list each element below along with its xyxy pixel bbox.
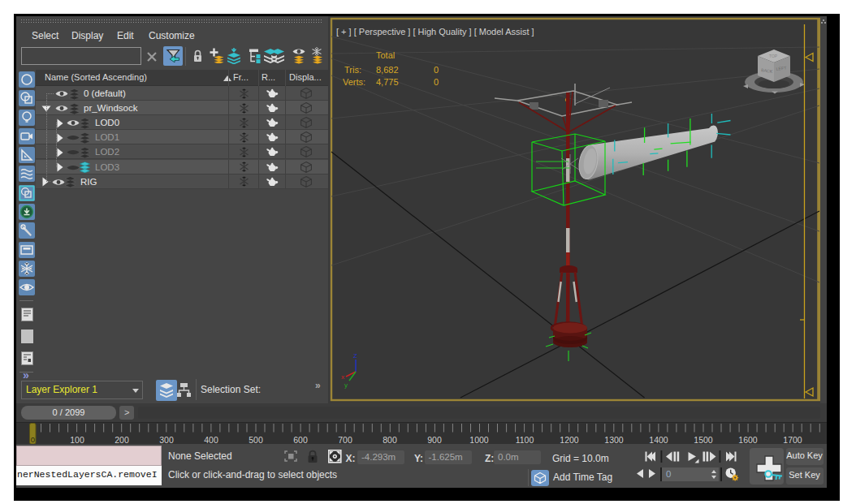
svg-text:x: x bbox=[341, 373, 344, 381]
svg-text:Z: Z bbox=[353, 352, 357, 360]
svg-text:y: y bbox=[344, 381, 348, 389]
svg-text:TOP: TOP bbox=[769, 54, 778, 58]
svg-text:0: 0 bbox=[31, 435, 35, 444]
